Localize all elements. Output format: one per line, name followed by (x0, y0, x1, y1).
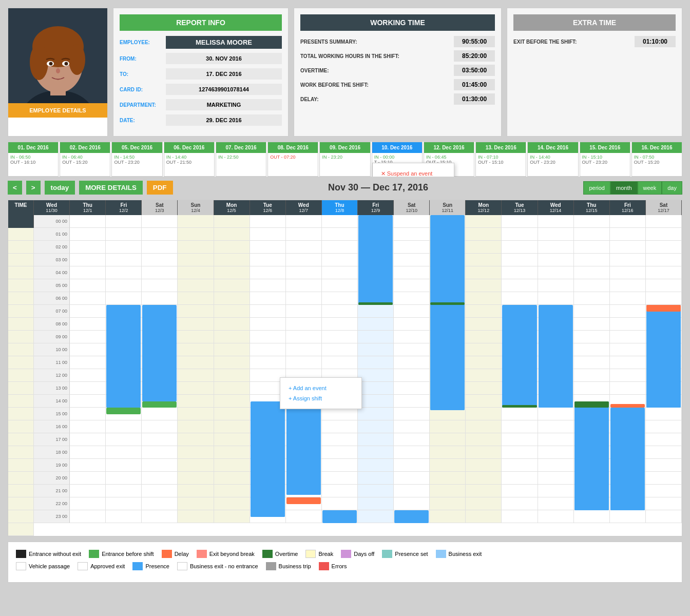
cal-cell-12-13-20[interactable] (538, 472, 574, 485)
cal-cell-12-10-4[interactable] (430, 266, 466, 279)
period-view-button[interactable]: period (583, 181, 610, 195)
cal-cell-12-8-16[interactable] (358, 420, 394, 433)
cal-cell-12-3-3[interactable] (178, 254, 214, 266)
cal-cell-12-11-6[interactable] (466, 292, 502, 305)
cal-cell-12-2-3[interactable] (142, 254, 178, 266)
date-tab-dec14[interactable]: 14. Dec 2016 IN - 14:40 OUT - 23:20 (527, 142, 578, 177)
cal-cell-12-1-21[interactable] (106, 485, 142, 497)
cal-cell-12-15-10[interactable] (610, 343, 646, 356)
cal-cell-12-17-17[interactable] (8, 446, 34, 459)
cal-cell-12-17-5[interactable] (8, 292, 34, 305)
date-tab-dec13[interactable]: 13. Dec 2016 IN - 07:10 OUT - 15:10 (475, 142, 526, 177)
cal-cell-12-13-9[interactable] (538, 331, 574, 343)
cal-cell-12-1-16[interactable] (106, 420, 142, 433)
cal-cell-12-2-8[interactable] (142, 318, 178, 331)
cal-cell-12-17-15[interactable] (8, 420, 34, 433)
cal-cell-12-1-13[interactable] (106, 382, 142, 395)
cal-cell-12-9-14[interactable] (394, 395, 430, 408)
cal-cell-12-9-8[interactable] (394, 318, 430, 331)
cal-cell-12-9-16[interactable] (394, 420, 430, 433)
cal-cell-11-30-23[interactable] (70, 510, 106, 523)
cal-cell-12-6-17[interactable] (286, 433, 322, 446)
cal-cell-12-17-12[interactable] (8, 382, 34, 395)
cal-cell-12-1-19[interactable] (106, 459, 142, 472)
cal-cell-12-12-10[interactable] (502, 343, 538, 356)
cal-cell-12-3-21[interactable] (178, 485, 214, 497)
cal-cell-12-15-14[interactable] (610, 395, 646, 408)
cal-cell-12-12-14[interactable] (502, 395, 538, 408)
cal-cell-12-1-5[interactable] (106, 279, 142, 292)
cal-cell-12-3-8[interactable] (178, 318, 214, 331)
cal-cell-12-12-4[interactable] (502, 266, 538, 279)
cal-cell-12-6-16[interactable] (286, 420, 322, 433)
cal-cell-12-2-23[interactable] (142, 510, 178, 523)
cal-cell-12-9-20[interactable] (394, 472, 430, 485)
cal-cell-12-11-9[interactable] (466, 331, 502, 343)
cal-cell-12-1-18[interactable] (106, 446, 142, 459)
cal-cell-12-2-5[interactable] (142, 279, 178, 292)
cal-cell-12-6-15[interactable] (286, 408, 322, 420)
col-header-12-11[interactable]: Sun12/11 (430, 200, 466, 215)
cal-cell-12-10-22[interactable] (430, 497, 466, 510)
cal-cell-12-15-2[interactable] (610, 241, 646, 254)
cal-cell-12-14-16[interactable] (574, 420, 610, 433)
cal-cell-12-16-23[interactable] (646, 510, 682, 523)
cal-cell-12-2-19[interactable] (142, 459, 178, 472)
cal-cell-12-8-6[interactable] (358, 292, 394, 305)
cal-cell-12-1-11[interactable] (106, 356, 142, 369)
cal-cell-11-30-6[interactable] (70, 292, 106, 305)
cal-cell-12-2-11[interactable] (142, 356, 178, 369)
cal-cell-12-3-2[interactable] (178, 241, 214, 254)
cal-cell-12-17-4[interactable] (8, 279, 34, 292)
employee-details-button[interactable]: EMPLOYEE DETAILS (8, 103, 107, 118)
cal-cell-12-2-15[interactable] (142, 408, 178, 420)
cal-cell-12-11-23[interactable] (466, 510, 502, 523)
cal-cell-12-12-13[interactable] (502, 382, 538, 395)
cal-cell-12-5-7[interactable] (250, 305, 286, 318)
cal-cell-12-5-23[interactable] (250, 510, 286, 523)
cal-cell-12-16-21[interactable] (646, 485, 682, 497)
cal-cell-12-8-13[interactable] (358, 382, 394, 395)
month-view-button[interactable]: month (610, 181, 638, 195)
date-tab-dec8[interactable]: 08. Dec 2016 OUT - 07:20 (267, 142, 318, 177)
cal-cell-12-8-12[interactable] (358, 369, 394, 382)
cal-cell-12-8-5[interactable] (358, 279, 394, 292)
cal-cell-12-14-20[interactable] (574, 472, 610, 485)
cal-cell-12-2-14[interactable] (142, 395, 178, 408)
cal-cell-12-16-15[interactable] (646, 408, 682, 420)
cal-cell-12-1-9[interactable] (106, 331, 142, 343)
cal-cell-11-30-8[interactable] (70, 318, 106, 331)
cal-cell-12-10-8[interactable] (430, 318, 466, 331)
suspend-event-button[interactable]: ✕ Suspend an event (378, 168, 449, 177)
cal-cell-11-30-1[interactable] (70, 228, 106, 241)
cal-cell-12-17-0[interactable] (8, 228, 34, 241)
col-header-12-5[interactable]: Mon12/5 (214, 200, 250, 215)
cal-cell-12-9-11[interactable] (394, 356, 430, 369)
cal-cell-12-12-18[interactable] (502, 446, 538, 459)
cal-cell-12-14-14[interactable] (574, 395, 610, 408)
cal-cell-12-8-14[interactable] (358, 395, 394, 408)
cal-cell-12-14-13[interactable] (574, 382, 610, 395)
cal-cell-12-13-2[interactable] (538, 241, 574, 254)
cal-cell-12-14-9[interactable] (574, 331, 610, 343)
cal-cell-12-5-1[interactable] (250, 228, 286, 241)
cal-cell-12-8-0[interactable] (358, 215, 394, 228)
cal-cell-12-11-20[interactable] (466, 472, 502, 485)
cal-cell-12-2-7[interactable] (142, 305, 178, 318)
cal-cell-12-10-6[interactable] (430, 292, 466, 305)
cal-cell-12-3-10[interactable] (178, 343, 214, 356)
cal-cell-12-1-14[interactable] (106, 395, 142, 408)
cal-cell-12-7-16[interactable] (322, 420, 358, 433)
cal-cell-12-5-22[interactable] (250, 497, 286, 510)
cal-cell-12-12-19[interactable] (502, 459, 538, 472)
cal-cell-12-4-20[interactable] (214, 472, 250, 485)
cal-cell-12-16-12[interactable] (646, 369, 682, 382)
cal-cell-12-1-17[interactable] (106, 433, 142, 446)
cal-cell-12-15-3[interactable] (610, 254, 646, 266)
cal-cell-12-12-21[interactable] (502, 485, 538, 497)
cal-cell-12-14-3[interactable] (574, 254, 610, 266)
cal-cell-12-9-12[interactable] (394, 369, 430, 382)
cal-cell-12-13-23[interactable] (538, 510, 574, 523)
cal-cell-12-17-21[interactable] (8, 497, 34, 510)
cal-cell-12-10-17[interactable] (430, 433, 466, 446)
